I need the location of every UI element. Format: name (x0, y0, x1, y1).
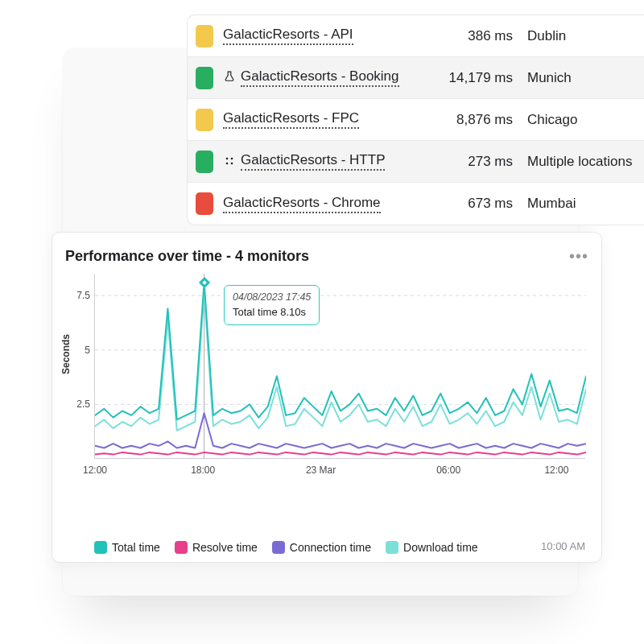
status-chip (196, 25, 213, 47)
monitor-name[interactable]: GalacticResorts - HTTP (241, 152, 385, 171)
swatch-icon (94, 541, 107, 554)
svg-point-0 (226, 158, 229, 160)
monitor-value: 386 ms (432, 28, 513, 44)
flask-icon (223, 71, 236, 85)
monitor-table: GalacticResorts - API 386 ms Dublin Gala… (187, 14, 644, 225)
table-row[interactable]: GalacticResorts - Booking 14,179 ms Muni… (188, 57, 644, 99)
chart-legend: Total time Resolve time Connection time … (65, 541, 588, 554)
svg-point-2 (226, 163, 229, 165)
monitor-location: Chicago (513, 112, 638, 128)
chart-card: Performance over time - 4 monitors ••• S… (52, 232, 602, 563)
chart-title: Performance over time - 4 monitors (65, 248, 309, 265)
svg-point-1 (231, 158, 233, 160)
monitor-name[interactable]: GalacticResorts - API (223, 27, 353, 45)
monitor-value: 14,179 ms (432, 70, 513, 86)
legend-item[interactable]: Connection time (272, 541, 371, 554)
legend-item[interactable]: Download time (386, 541, 478, 554)
monitor-value: 8,876 ms (432, 112, 513, 128)
table-row[interactable]: GalacticResorts - API 386 ms Dublin (188, 15, 644, 57)
monitor-name[interactable]: GalacticResorts - FPC (223, 110, 359, 129)
swatch-icon (175, 541, 188, 554)
status-chip (196, 151, 213, 173)
svg-point-3 (231, 163, 233, 165)
legend-item[interactable]: Total time (94, 541, 160, 554)
chart-plot[interactable]: 2.557.512:0018:0023 Mar06:0012:0004/08/2… (94, 274, 585, 459)
table-row[interactable]: GalacticResorts - Chrome 673 ms Mumbai (188, 183, 644, 225)
monitor-location: Munich (513, 70, 638, 86)
monitor-location: Dublin (513, 28, 638, 44)
legend-item[interactable]: Resolve time (175, 541, 258, 554)
monitor-name[interactable]: GalacticResorts - Booking (241, 68, 399, 87)
table-row[interactable]: GalacticResorts - FPC 8,876 ms Chicago (188, 99, 644, 141)
card-timestamp: 10:00 AM (541, 540, 585, 552)
monitor-location: Mumbai (513, 196, 638, 212)
swatch-icon (272, 541, 285, 554)
status-chip (196, 192, 213, 215)
status-chip (196, 109, 213, 131)
swatch-icon (386, 541, 398, 554)
monitor-value: 273 ms (432, 154, 513, 170)
monitor-name[interactable]: GalacticResorts - Chrome (223, 195, 381, 213)
table-row[interactable]: GalacticResorts - HTTP 273 ms Multiple l… (188, 141, 644, 183)
chart-tooltip: 04/08/2023 17:45Total time 8.10s (224, 285, 320, 325)
monitor-value: 673 ms (432, 196, 513, 212)
status-chip (196, 67, 213, 89)
more-icon[interactable]: ••• (569, 247, 588, 266)
chart-body: Seconds 2.557.512:0018:0023 Mar06:0012:0… (65, 274, 588, 507)
grid-icon (223, 155, 236, 168)
monitor-location: Multiple locations (513, 154, 638, 170)
y-axis-label: Seconds (60, 334, 72, 374)
